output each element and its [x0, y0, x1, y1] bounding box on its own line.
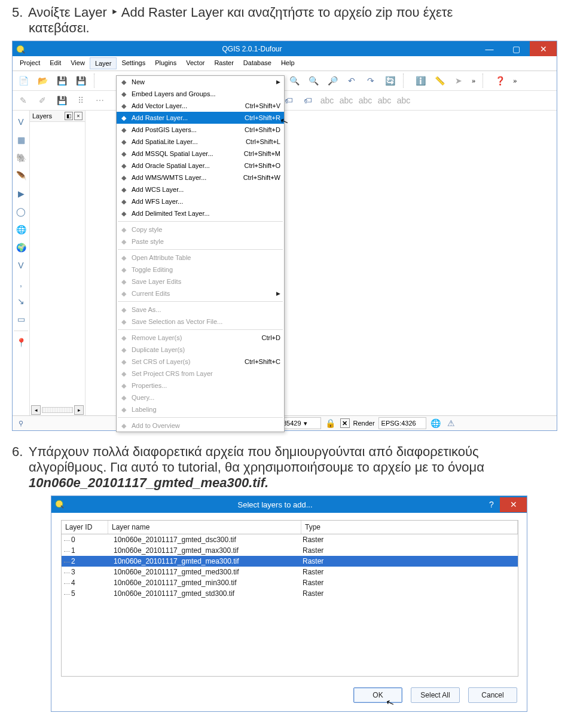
- refresh-button[interactable]: 🔄: [381, 72, 398, 89]
- menu-item: ◆Current Edits▶: [117, 287, 284, 299]
- menu-item[interactable]: ◆Add Oracle Spatial Layer...Ctrl+Shift+O: [117, 160, 284, 172]
- save-edits-button[interactable]: 💾: [53, 92, 70, 109]
- layers-panel-undock[interactable]: ◧: [65, 112, 73, 120]
- menu-item-label: Remove Layer(s): [132, 334, 257, 341]
- rotation-lock-icon[interactable]: 🔒: [325, 417, 337, 429]
- menu-project[interactable]: Project: [15, 57, 45, 69]
- measure-button[interactable]: 📏: [431, 72, 448, 89]
- submenu-arrow-icon: ▶: [276, 290, 280, 296]
- status-icon[interactable]: ⚲: [15, 417, 27, 429]
- minimize-button[interactable]: —: [476, 41, 503, 56]
- open-project-button[interactable]: 📂: [34, 72, 51, 89]
- zoom-in-button[interactable]: 🔍: [305, 72, 322, 89]
- gps-icon[interactable]: 📍: [14, 335, 28, 350]
- add-postgis-icon[interactable]: 🐘: [14, 151, 28, 165]
- table-row[interactable]: 210n060e_20101117_gmted_mea300.tifRaster: [62, 556, 518, 567]
- menu-item[interactable]: ◆Embed Layers and Groups...: [117, 88, 284, 100]
- table-row[interactable]: 010n060e_20101117_gmted_dsc300.tifRaster: [62, 534, 518, 545]
- select-button[interactable]: ➤: [450, 72, 467, 89]
- toolbar-overflow-1[interactable]: »: [469, 77, 478, 84]
- cell-type: Raster: [299, 579, 518, 587]
- close-button[interactable]: ✕: [530, 41, 557, 56]
- nodes-button[interactable]: ⠿: [72, 92, 89, 109]
- scroll-track[interactable]: [42, 407, 73, 413]
- menu-item-icon: ◆: [118, 173, 129, 182]
- table-row[interactable]: 510n060e_20101117_gmted_std300.tifRaster: [62, 588, 518, 599]
- add-csv-icon[interactable]: ,: [14, 276, 28, 290]
- cancel-button[interactable]: Cancel: [468, 687, 517, 703]
- identify-button[interactable]: ℹ️: [412, 72, 429, 89]
- add-mssql-icon[interactable]: ▶: [14, 186, 28, 201]
- abc-1-button[interactable]: abc: [319, 92, 335, 109]
- abc-4-button[interactable]: abc: [376, 92, 393, 109]
- projection-icon[interactable]: 🌐: [430, 417, 442, 429]
- menu-item[interactable]: ◆Add MSSQL Spatial Layer...Ctrl+Shift+M: [117, 148, 284, 160]
- menu-item-label: Embed Layers and Groups...: [132, 90, 280, 97]
- toolbar-overflow-2[interactable]: »: [511, 77, 519, 84]
- dialog-help-button[interactable]: ?: [483, 497, 500, 512]
- layers-panel-close[interactable]: ×: [74, 112, 83, 120]
- menu-item-icon: ◆: [118, 89, 129, 99]
- add-spatialite-icon[interactable]: 🪶: [14, 169, 28, 183]
- warning-icon[interactable]: ⚠: [445, 417, 457, 429]
- menu-item[interactable]: ◆Add PostGIS Layers...Ctrl+Shift+D: [117, 124, 284, 136]
- menu-item[interactable]: ◆Add WMS/WMTS Layer...Ctrl+Shift+W: [117, 172, 284, 183]
- add-oracle-icon[interactable]: ◯: [14, 204, 28, 219]
- add-wfs-icon[interactable]: V: [14, 258, 28, 273]
- scroll-left-button[interactable]: ◂: [31, 405, 41, 415]
- menu-view[interactable]: View: [66, 57, 90, 69]
- ok-button[interactable]: OK: [353, 687, 402, 703]
- add-raster-icon[interactable]: ▦: [14, 133, 28, 147]
- node-tool-icon[interactable]: ↘: [14, 294, 28, 308]
- maximize-button[interactable]: ▢: [503, 41, 530, 56]
- menu-settings[interactable]: Settings: [117, 57, 150, 69]
- render-checkbox[interactable]: ✕: [340, 418, 350, 428]
- menu-item[interactable]: ◆Add Delimited Text Layer...: [117, 207, 284, 219]
- menu-item[interactable]: ◆New▶: [117, 76, 284, 88]
- zoom-to-selection-button[interactable]: 🔍: [286, 72, 303, 89]
- menu-item[interactable]: ◆Add SpatiaLite Layer...Ctrl+Shift+L: [117, 136, 284, 148]
- more-button[interactable]: ⋯: [91, 92, 108, 109]
- abc-3-button[interactable]: abc: [357, 92, 374, 109]
- add-wcs-icon[interactable]: 🌍: [14, 240, 28, 255]
- menu-item[interactable]: ◆Add Vector Layer...Ctrl+Shift+V: [117, 100, 284, 112]
- zoom-last-button[interactable]: ↶: [343, 72, 360, 89]
- abc-2-button[interactable]: abc: [338, 92, 355, 109]
- dialog-close-button[interactable]: ✕: [500, 497, 527, 512]
- help-button[interactable]: ❓: [491, 72, 508, 89]
- col-type[interactable]: Type: [301, 521, 518, 534]
- menu-database[interactable]: Database: [239, 57, 276, 69]
- select-all-button[interactable]: Select All: [411, 687, 460, 703]
- save-as-button[interactable]: 💾: [72, 72, 89, 89]
- table-row[interactable]: 310n060e_20101117_gmted_med300.tifRaster: [62, 567, 518, 577]
- scroll-right-button[interactable]: ▸: [74, 405, 84, 415]
- layers-panel-body[interactable]: [30, 122, 85, 405]
- add-vector-icon[interactable]: V: [14, 115, 28, 129]
- crs-field[interactable]: EPSG:4326: [378, 417, 426, 429]
- zoom-next-button[interactable]: ↷: [362, 72, 379, 89]
- menu-edit[interactable]: Edit: [45, 57, 66, 69]
- menu-raster[interactable]: Raster: [209, 57, 238, 69]
- menu-item: ◆Open Attribute Table: [117, 252, 284, 264]
- add-wms-icon[interactable]: 🌐: [14, 222, 28, 237]
- menu-item[interactable]: ◆Add WFS Layer...: [117, 195, 284, 207]
- new-layer-icon[interactable]: ▭: [14, 312, 28, 326]
- menu-item[interactable]: ◆Add WCS Layer...: [117, 183, 284, 195]
- menu-layer[interactable]: Layer: [90, 57, 117, 69]
- menu-item[interactable]: ◆Add Raster Layer...Ctrl+Shift+R: [117, 112, 284, 124]
- col-layer-id[interactable]: Layer ID: [62, 521, 108, 534]
- edit-button[interactable]: ✐: [34, 92, 51, 109]
- abc-5-button[interactable]: abc: [395, 92, 412, 109]
- menu-item-label: Properties...: [132, 382, 280, 389]
- col-layer-name[interactable]: Layer name: [108, 521, 301, 534]
- zoom-out-button[interactable]: 🔎: [324, 72, 341, 89]
- table-row[interactable]: 110n060e_20101117_gmted_max300.tifRaster: [62, 545, 518, 556]
- menu-vector[interactable]: Vector: [181, 57, 209, 69]
- save-project-button[interactable]: 💾: [53, 72, 70, 89]
- label-2-button[interactable]: 🏷: [300, 92, 316, 109]
- pencil-button[interactable]: ✎: [15, 92, 32, 109]
- menu-help[interactable]: Help: [276, 57, 300, 69]
- menu-plugins[interactable]: Plugins: [150, 57, 181, 69]
- new-project-button[interactable]: 📄: [15, 72, 32, 89]
- table-row[interactable]: 410n060e_20101117_gmted_min300.tifRaster: [62, 577, 518, 588]
